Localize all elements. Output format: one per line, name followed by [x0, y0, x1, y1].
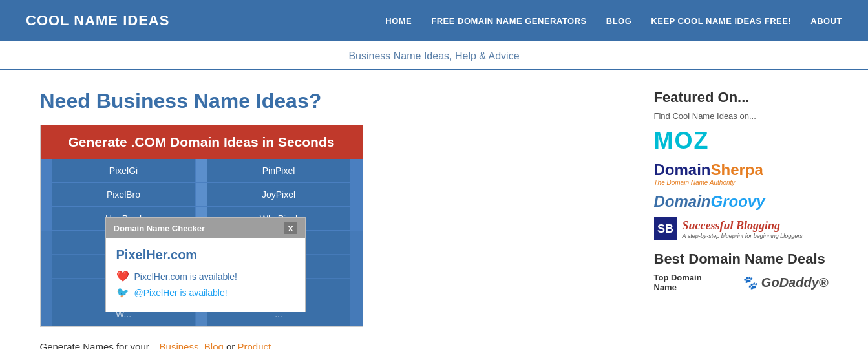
result-indent-right	[351, 255, 363, 278]
result-indent-right	[351, 302, 363, 326]
result-indent-left	[41, 231, 52, 254]
top-domain-row: Top DomainName 🐾 GoDaddy®	[654, 273, 829, 292]
nav-about[interactable]: ABOUT	[810, 16, 842, 26]
sb-text: Successful Blogging	[683, 219, 803, 233]
result-cell-left[interactable]: PixelGi	[52, 159, 196, 182]
twitter-icon: 🐦	[116, 286, 129, 299]
twitter-availability-status: 🐦 @PixelHer is available!	[116, 286, 295, 299]
nav-blog[interactable]: BLOG	[606, 16, 632, 26]
page-title: Need Business Name Ideas?	[40, 89, 628, 113]
result-cell-left[interactable]: PixelBro	[52, 183, 196, 206]
subheader-text: Business Name Ideas, Help & Advice	[348, 50, 519, 61]
generator-header[interactable]: Generate .COM Domain Ideas in Seconds	[41, 125, 363, 159]
domain-availability-status: ❤️ PixelHer.com is available!	[116, 270, 295, 282]
nav-home[interactable]: HOME	[385, 16, 412, 26]
result-row: PixelGi PinPixel	[41, 159, 363, 183]
result-divider	[196, 183, 207, 206]
generate-product-link[interactable]: Product	[238, 341, 271, 349]
dg-groovy-text: Groovy	[711, 193, 765, 210]
result-divider	[196, 159, 207, 182]
top-domain-label: Top DomainName	[654, 273, 702, 292]
result-indent-left	[41, 255, 52, 278]
successful-blogging-logo[interactable]: SB Successful Blogging A step-by-step bl…	[654, 217, 829, 240]
site-logo[interactable]: COOL NAME IDEAS	[26, 12, 169, 29]
domain-groovy-logo[interactable]: DomainGroovy	[654, 193, 829, 211]
nav-generators[interactable]: FREE DOMAIN NAME GENERATORS	[431, 16, 587, 26]
domain-name-display: PixelHer.com	[116, 248, 295, 262]
nav-keep-free[interactable]: KEEP COOL NAME IDEAS FREE!	[651, 16, 791, 26]
result-indent-right	[351, 183, 363, 206]
generate-prefix: Generate Names for your...	[40, 341, 157, 349]
result-indent-left	[41, 183, 52, 206]
sidebar: Featured On... Find Cool Name Ideas on..…	[654, 89, 829, 349]
domain-checker-header: Domain Name Checker x	[106, 218, 305, 238]
subheader: Business Name Ideas, Help & Advice	[0, 41, 868, 70]
result-indent-left	[41, 159, 52, 182]
generate-or: or	[226, 341, 238, 349]
godaddy-text: GoDaddy®	[761, 275, 829, 290]
best-deals-title: Best Domain Name Deals	[654, 251, 829, 268]
generate-blog-link[interactable]: Blog	[204, 341, 224, 349]
sb-text-group: Successful Blogging A step-by-step bluep…	[683, 219, 803, 239]
sb-badge: SB	[654, 217, 677, 240]
result-indent-right	[351, 159, 363, 182]
main-nav: HOME FREE DOMAIN NAME GENERATORS BLOG KE…	[385, 16, 842, 26]
result-indent-left	[41, 279, 52, 302]
domain-sherpa-logo[interactable]: DomainSherpa The Domain Name Authority	[654, 161, 829, 186]
main-content: Need Business Name Ideas? Generate .COM …	[40, 89, 628, 349]
generate-suffix: .	[271, 341, 273, 349]
domain-checker-body: PixelHer.com ❤️ PixelHer.com is availabl…	[106, 238, 305, 312]
result-indent-right	[351, 279, 363, 302]
godaddy-logo[interactable]: 🐾 GoDaddy®	[741, 275, 828, 290]
domain-checker-close-button[interactable]: x	[284, 222, 297, 234]
domain-sherpa-domain-text: Domain	[654, 161, 711, 178]
result-row: PixelBro JoyPixel	[41, 183, 363, 207]
twitter-available-text: @PixelHer is available!	[134, 288, 228, 298]
featured-on-title: Featured On...	[654, 89, 829, 106]
sb-subtext: A step-by-step blueprint for beginning b…	[683, 233, 803, 239]
featured-subtitle: Find Cool Name Ideas on...	[654, 111, 829, 121]
result-indent-right	[351, 207, 363, 230]
generator-box: Generate .COM Domain Ideas in Seconds Pi…	[40, 125, 363, 327]
dg-domain-text: Domain	[654, 193, 711, 210]
domain-checker-title-label: Domain Name Checker	[114, 224, 206, 233]
moz-logo[interactable]: MOZ	[654, 127, 829, 154]
domain-available-text: PixelHer.com is available!	[134, 271, 238, 282]
result-indent-right	[351, 231, 363, 254]
generate-business-link[interactable]: Business	[160, 341, 199, 349]
result-cell-right[interactable]: JoyPixel	[207, 183, 351, 206]
domain-sherpa-subtitle: The Domain Name Authority	[654, 179, 829, 186]
generator-results: PixelGi PinPixel PixelBro JoyPixel HepPi	[41, 159, 363, 326]
result-indent-left	[41, 302, 52, 326]
page-body: Need Business Name Ideas? Generate .COM …	[14, 70, 854, 349]
domain-checker-popup: Domain Name Checker x PixelHer.com ❤️ Pi…	[105, 217, 306, 312]
heart-icon: ❤️	[116, 270, 129, 282]
domain-sherpa-sherpa-text: Sherpa	[711, 161, 763, 178]
result-indent-left	[41, 207, 52, 230]
site-header: COOL NAME IDEAS HOME FREE DOMAIN NAME GE…	[0, 0, 868, 41]
result-cell-right[interactable]: PinPixel	[207, 159, 351, 182]
generate-line: Generate Names for your... Business, Blo…	[40, 341, 628, 349]
